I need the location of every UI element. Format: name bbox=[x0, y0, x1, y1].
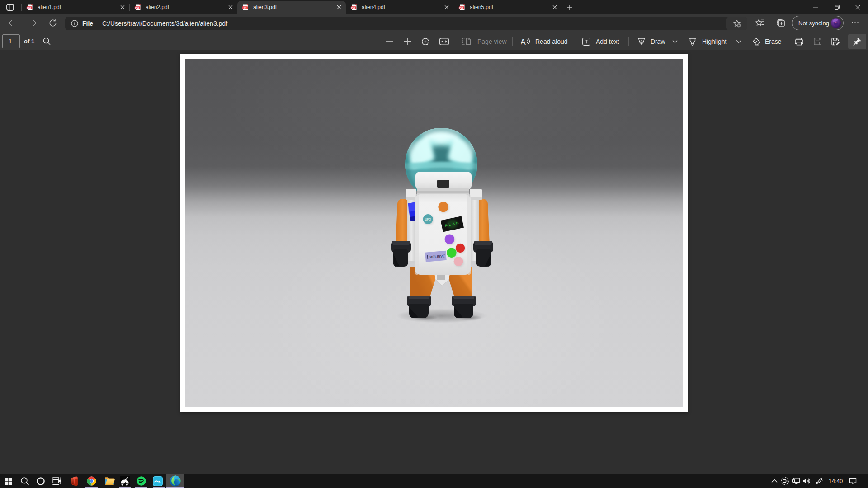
svg-text:PDF: PDF bbox=[243, 6, 247, 9]
svg-text:PDF: PDF bbox=[27, 6, 32, 9]
svg-text:UFO: UFO bbox=[425, 218, 431, 221]
svg-text:PDF: PDF bbox=[351, 6, 356, 9]
svg-text:A: A bbox=[521, 38, 526, 46]
svg-text:PDF: PDF bbox=[135, 6, 140, 9]
svg-text:PDF: PDF bbox=[459, 6, 464, 9]
